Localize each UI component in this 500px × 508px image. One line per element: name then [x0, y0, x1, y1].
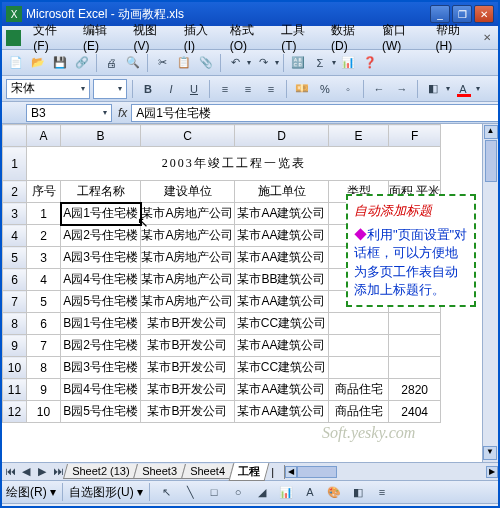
- cell[interactable]: [329, 335, 389, 357]
- autosum-icon[interactable]: Σ: [310, 53, 330, 73]
- worksheet[interactable]: ABCDEF12003年竣工工程一览表2序号工程名称建设单位施工单位类型面积 平…: [2, 124, 498, 462]
- select-all-corner[interactable]: [3, 125, 27, 147]
- col-header-F[interactable]: F: [389, 125, 441, 147]
- table-header[interactable]: 施工单位: [235, 181, 329, 203]
- tab-sheet2[interactable]: Sheet2 (13): [63, 464, 139, 479]
- cell[interactable]: 7: [27, 335, 61, 357]
- cell[interactable]: 10: [27, 401, 61, 423]
- cell[interactable]: 5: [27, 291, 61, 313]
- increase-indent-icon[interactable]: →: [392, 79, 412, 99]
- sheet-title[interactable]: 2003年竣工工程一览表: [27, 147, 441, 181]
- insert-chart-icon[interactable]: 📊: [276, 482, 296, 502]
- workbook-icon[interactable]: [6, 30, 21, 46]
- col-header-C[interactable]: C: [141, 125, 235, 147]
- menu-window[interactable]: 窗口(W): [376, 20, 430, 55]
- menu-help[interactable]: 帮助(H): [430, 20, 481, 55]
- tab-sheet4[interactable]: Sheet4: [181, 464, 234, 479]
- copy-icon[interactable]: 📋: [174, 53, 194, 73]
- cell[interactable]: 某市A房地产公司: [141, 269, 235, 291]
- cell[interactable]: [389, 357, 441, 379]
- cell[interactable]: 某市AA建筑公司: [235, 335, 329, 357]
- tab-project[interactable]: 工程: [229, 463, 270, 481]
- linecolor-draw-icon[interactable]: ◧: [348, 482, 368, 502]
- cell[interactable]: 某市B开发公司: [141, 401, 235, 423]
- autoshapes-menu[interactable]: 自选图形(U) ▾: [69, 484, 143, 501]
- italic-button[interactable]: I: [161, 79, 181, 99]
- font-size-selector[interactable]: ▾: [93, 79, 127, 99]
- cell[interactable]: 2: [27, 225, 61, 247]
- col-header-B[interactable]: B: [61, 125, 141, 147]
- row-header[interactable]: 3: [3, 203, 27, 225]
- draw-menu[interactable]: 绘图(R) ▾: [6, 484, 56, 501]
- tab-nav-next[interactable]: ▶: [34, 465, 50, 478]
- permission-icon[interactable]: 🔗: [72, 53, 92, 73]
- cell[interactable]: [389, 335, 441, 357]
- cell[interactable]: [389, 313, 441, 335]
- cell[interactable]: A园1号住宅楼: [61, 203, 141, 225]
- row-header[interactable]: 4: [3, 225, 27, 247]
- underline-button[interactable]: U: [184, 79, 204, 99]
- fill-color-icon[interactable]: ◧: [423, 79, 443, 99]
- row-header[interactable]: 11: [3, 379, 27, 401]
- tab-nav-first[interactable]: ⏮: [2, 465, 18, 478]
- preview-icon[interactable]: 🔍: [123, 53, 143, 73]
- row-header[interactable]: 1: [3, 147, 27, 181]
- menu-data[interactable]: 数据(D): [325, 20, 376, 55]
- cell[interactable]: B园3号住宅楼: [61, 357, 141, 379]
- horizontal-scrollbar[interactable]: ◀▶: [284, 465, 498, 479]
- rect-icon[interactable]: □: [204, 482, 224, 502]
- align-left-icon[interactable]: ≡: [215, 79, 235, 99]
- menu-insert[interactable]: 插入(I): [178, 20, 224, 55]
- cut-icon[interactable]: ✂: [152, 53, 172, 73]
- cell[interactable]: [329, 313, 389, 335]
- table-header[interactable]: 建设单位: [141, 181, 235, 203]
- cell[interactable]: 3: [27, 247, 61, 269]
- bold-button[interactable]: B: [138, 79, 158, 99]
- new-icon[interactable]: 📄: [6, 53, 26, 73]
- cell[interactable]: 某市B开发公司: [141, 357, 235, 379]
- cell[interactable]: [329, 357, 389, 379]
- cell[interactable]: 某市A房地产公司: [141, 203, 235, 225]
- cell[interactable]: B园1号住宅楼: [61, 313, 141, 335]
- cell[interactable]: 6: [27, 313, 61, 335]
- print-icon[interactable]: 🖨: [101, 53, 121, 73]
- row-header[interactable]: 2: [3, 181, 27, 203]
- save-icon[interactable]: 💾: [50, 53, 70, 73]
- font-selector[interactable]: 宋体▾: [6, 79, 90, 99]
- cell[interactable]: 某市BB建筑公司: [235, 269, 329, 291]
- cell[interactable]: A园5号住宅楼: [61, 291, 141, 313]
- cell[interactable]: 某市AA建筑公司: [235, 225, 329, 247]
- menu-file[interactable]: 文件(F): [27, 20, 77, 55]
- sort-icon[interactable]: 🔠: [288, 53, 308, 73]
- cell[interactable]: 1: [27, 203, 61, 225]
- cell[interactable]: 某市A房地产公司: [141, 247, 235, 269]
- help-icon[interactable]: ❓: [360, 53, 380, 73]
- col-header-A[interactable]: A: [27, 125, 61, 147]
- cell[interactable]: 2404: [389, 401, 441, 423]
- cell[interactable]: 某市AA建筑公司: [235, 379, 329, 401]
- undo-icon[interactable]: ↶: [225, 53, 245, 73]
- cell[interactable]: A园2号住宅楼: [61, 225, 141, 247]
- cell[interactable]: 某市A房地产公司: [141, 291, 235, 313]
- cell[interactable]: 某市CC建筑公司: [235, 357, 329, 379]
- menu-tools[interactable]: 工具(T): [275, 20, 325, 55]
- fillcolor-draw-icon[interactable]: 🎨: [324, 482, 344, 502]
- cell[interactable]: 某市AA建筑公司: [235, 203, 329, 225]
- menu-view[interactable]: 视图(V): [127, 20, 177, 55]
- cell[interactable]: 2820: [389, 379, 441, 401]
- cell[interactable]: 某市CC建筑公司: [235, 313, 329, 335]
- tab-nav-prev[interactable]: ◀: [18, 465, 34, 478]
- comma-icon[interactable]: ◦: [338, 79, 358, 99]
- row-header[interactable]: 7: [3, 291, 27, 313]
- cell[interactable]: 某市B开发公司: [141, 335, 235, 357]
- cell[interactable]: 某市B开发公司: [141, 379, 235, 401]
- row-header[interactable]: 9: [3, 335, 27, 357]
- cell[interactable]: 某市AA建筑公司: [235, 247, 329, 269]
- select-icon[interactable]: ↖: [156, 482, 176, 502]
- cell[interactable]: A园3号住宅楼: [61, 247, 141, 269]
- cell[interactable]: B园2号住宅楼: [61, 335, 141, 357]
- currency-icon[interactable]: 💴: [292, 79, 312, 99]
- doc-close-button[interactable]: ✕: [481, 31, 494, 45]
- col-header-D[interactable]: D: [235, 125, 329, 147]
- vertical-scrollbar[interactable]: ▲ ▼: [482, 124, 498, 462]
